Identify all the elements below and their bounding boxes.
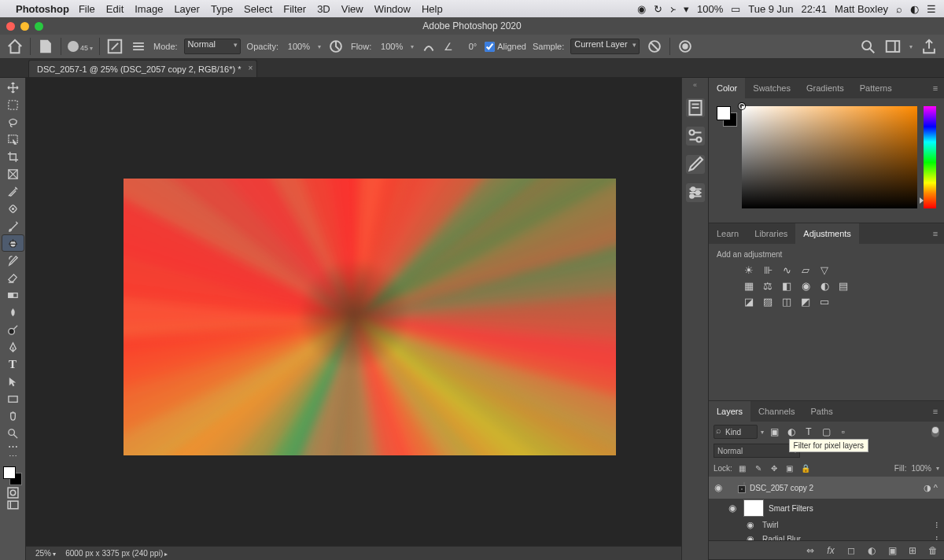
threshold-icon[interactable]: ◫ [780, 295, 794, 308]
lock-pixels-icon[interactable]: ✎ [753, 462, 764, 473]
posterize-icon[interactable]: ▨ [761, 295, 775, 308]
search-button[interactable] [859, 38, 876, 55]
notification-center-icon[interactable]: ☰ [927, 3, 936, 15]
menu-layer[interactable]: Layer [174, 3, 200, 15]
move-tool[interactable] [2, 79, 24, 95]
hand-tool[interactable] [2, 408, 24, 424]
battery-percent[interactable]: 100% [697, 3, 723, 15]
document-dimensions[interactable]: 6000 px x 3375 px (240 ppi) [65, 549, 168, 558]
zoom-level[interactable]: 25% [35, 549, 56, 558]
bluetooth-icon[interactable]: ᚛ [670, 3, 676, 15]
filter-mask-thumb[interactable] [743, 499, 764, 517]
layer-blend-mode[interactable]: Normal [714, 444, 800, 458]
brush-preset-picker[interactable]: 45 ▾ [68, 41, 93, 52]
filter-shape-icon[interactable]: ▢ [819, 425, 833, 439]
color-lookup-icon[interactable]: ▤ [836, 279, 850, 292]
aligned-checkbox[interactable]: Aligned [485, 42, 526, 52]
object-selection-tool[interactable] [2, 131, 24, 147]
tab-libraries[interactable]: Libraries [747, 223, 795, 244]
ignore-adjustment-layers[interactable] [646, 38, 663, 55]
edit-toolbar[interactable]: ⋯ [5, 451, 20, 462]
gradient-tool[interactable] [2, 287, 24, 303]
flow-value[interactable]: 100% [378, 42, 404, 51]
menu-help[interactable]: Help [422, 3, 443, 15]
black-white-icon[interactable]: ◧ [780, 279, 794, 292]
filter-pixel-icon[interactable]: ▣ [767, 425, 781, 439]
screen-mode-toggle[interactable] [5, 499, 20, 510]
smart-filters-item[interactable]: ◉ Smart Filters [709, 499, 944, 518]
size-pressure-toggle[interactable] [677, 38, 694, 55]
opacity-value[interactable]: 100% [285, 42, 312, 51]
spotlight-icon[interactable]: ⌕ [896, 3, 902, 15]
zoom-window[interactable] [35, 22, 43, 31]
gradient-map-icon[interactable]: ▭ [817, 295, 832, 308]
document-canvas[interactable] [124, 179, 616, 455]
panel-fg-color[interactable] [717, 106, 731, 120]
timemachine-icon[interactable]: ↻ [654, 3, 662, 15]
color-swatches[interactable] [3, 466, 22, 485]
battery-icon[interactable]: ▭ [731, 3, 740, 15]
properties-panel-icon[interactable] [686, 127, 705, 146]
levels-icon[interactable]: ⊪ [761, 263, 775, 276]
clone-source-panel[interactable] [130, 38, 147, 55]
delete-layer-icon[interactable]: 🗑 [927, 545, 939, 556]
menubar-time[interactable]: 22:41 [802, 3, 828, 15]
foreground-color[interactable] [3, 466, 16, 479]
filter-adjustment-icon[interactable]: ◐ [784, 425, 798, 439]
record-icon[interactable]: ◉ [637, 3, 646, 15]
layer-filter-kind[interactable] [714, 425, 758, 439]
lock-transparency-icon[interactable]: ▦ [737, 462, 748, 473]
workspace-switcher[interactable] [884, 38, 902, 55]
minimize-window[interactable] [20, 22, 29, 31]
tab-gradients[interactable]: Gradients [798, 78, 852, 98]
panel-menu[interactable]: ≡ [927, 223, 944, 244]
panel-menu[interactable]: ≡ [927, 401, 944, 422]
new-layer-icon[interactable]: ⊞ [906, 545, 919, 556]
panel-color-swatches[interactable] [717, 106, 736, 215]
layer-name[interactable]: DSC_2057 copy 2 [750, 484, 813, 492]
tab-patterns[interactable]: Patterns [852, 78, 900, 98]
menu-image[interactable]: Image [135, 3, 163, 15]
vibrance-icon[interactable]: ▽ [817, 263, 832, 276]
blur-tool[interactable] [2, 304, 24, 320]
eraser-tool[interactable] [2, 270, 24, 286]
filter-blending-icon[interactable]: ⫶ [935, 520, 944, 529]
history-panel-icon[interactable] [686, 98, 705, 117]
history-brush-tool[interactable] [2, 252, 24, 268]
channel-mixer-icon[interactable]: ◐ [817, 279, 832, 292]
smart-filter-item[interactable]: ◉Twirl⫶ [709, 518, 944, 532]
opacity-pressure-toggle[interactable] [327, 38, 345, 55]
menu-file[interactable]: File [79, 3, 95, 15]
blend-mode-select[interactable]: Normal [184, 39, 241, 54]
type-tool[interactable]: T [2, 356, 24, 372]
menu-3d[interactable]: 3D [317, 3, 330, 15]
close-tab-icon[interactable]: × [249, 64, 253, 72]
lock-all-icon[interactable]: 🔒 [800, 462, 811, 473]
lock-position-icon[interactable]: ✥ [769, 462, 780, 473]
tab-adjustments[interactable]: Adjustments [795, 223, 859, 244]
share-button[interactable] [920, 38, 938, 55]
expand-dock[interactable]: « [693, 81, 697, 89]
frame-tool[interactable] [2, 166, 24, 182]
tab-swatches[interactable]: Swatches [745, 78, 798, 98]
layer-mask-icon[interactable]: ◻ [845, 545, 857, 556]
lasso-tool[interactable] [2, 114, 24, 130]
canvas-area[interactable]: 25% 6000 px x 3375 px (240 ppi) [26, 78, 681, 560]
siri-icon[interactable]: ◐ [910, 3, 919, 15]
brush-tool[interactable] [2, 218, 24, 234]
menu-filter[interactable]: Filter [283, 3, 306, 15]
menu-select[interactable]: Select [244, 3, 272, 15]
menu-edit[interactable]: Edit [106, 3, 124, 15]
rectangle-tool[interactable] [2, 391, 24, 407]
smart-filter-item[interactable]: ◉Radial Blur⫶ [709, 532, 944, 540]
wifi-icon[interactable]: ▾ [684, 3, 689, 15]
menubar-date[interactable]: Tue 9 Jun [748, 3, 793, 15]
tool-preset-picker[interactable] [37, 38, 54, 55]
adjustment-layer-icon[interactable]: ◐ [865, 545, 878, 556]
tab-color[interactable]: Color [709, 78, 745, 98]
selective-color-icon[interactable]: ◩ [798, 295, 813, 308]
brush-settings-toggle[interactable] [106, 38, 124, 55]
filter-toggle[interactable] [931, 426, 939, 437]
visibility-toggle[interactable]: ◉ [712, 482, 725, 493]
menubar-user[interactable]: Matt Boxley [835, 3, 888, 15]
